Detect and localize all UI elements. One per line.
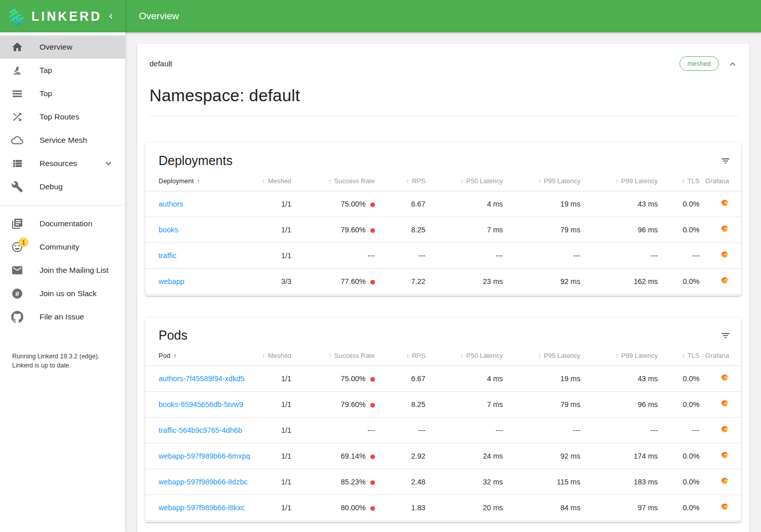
grafana-icon[interactable] xyxy=(720,399,729,408)
column-header-p99-latency[interactable]: ↑P99 Latency xyxy=(580,345,658,366)
community-badge: 1 xyxy=(19,237,28,247)
resource-link[interactable]: webapp-597f989b66-l8kxc xyxy=(159,504,245,512)
resource-name-cell: webapp-597f989b66-8dzbc xyxy=(145,469,247,495)
meshed-cell: 1/1 xyxy=(247,191,291,217)
grafana-icon[interactable] xyxy=(720,425,729,434)
sidebar-item-community[interactable]: 1Community xyxy=(0,235,125,259)
status-dot xyxy=(370,455,375,459)
grafana-icon[interactable] xyxy=(720,451,729,460)
cloud-icon xyxy=(11,134,23,146)
sidebar-item-label: Documentation xyxy=(40,219,92,228)
grafana-icon[interactable] xyxy=(720,503,729,511)
p50-latency-cell: --- xyxy=(426,243,503,269)
sidebar-item-label: Tap xyxy=(40,66,52,75)
column-header-pod[interactable]: Pod↑ xyxy=(145,345,247,366)
grafana-icon[interactable] xyxy=(720,251,729,259)
resource-link[interactable]: authors xyxy=(159,200,183,208)
grafana-cell xyxy=(700,418,741,443)
sidebar-item-documentation[interactable]: Documentation xyxy=(0,212,125,235)
grafana-icon[interactable] xyxy=(720,225,729,233)
column-header-p99-latency[interactable]: ↑P99 Latency xyxy=(580,170,658,191)
column-header-p50-latency[interactable]: ↑P50 Latency xyxy=(426,345,503,366)
tables-container: Deployments Deployment↑↑Meshed↑Success R… xyxy=(137,143,749,522)
sidebar-item-join-the-mailing-list[interactable]: Join the Mailing List xyxy=(0,259,125,282)
resource-link[interactable]: books xyxy=(159,226,178,234)
column-header-tls[interactable]: ↑TLS xyxy=(658,345,699,366)
column-header-meshed[interactable]: ↑Meshed xyxy=(247,170,291,191)
resource-name-cell: traffic xyxy=(145,243,247,269)
list-icon xyxy=(11,157,23,170)
table-row: webapp-597f989b66-l8kxc1/180.00%1.8320 m… xyxy=(145,495,741,521)
resource-link[interactable]: webapp-597f989b66-6mxpq xyxy=(159,452,250,460)
p95-latency-cell: 79 ms xyxy=(503,217,581,243)
column-header-success-rate[interactable]: ↑Success Rate xyxy=(291,170,375,191)
sidebar-collapse-chevron-left-icon[interactable] xyxy=(106,11,116,21)
grafana-cell xyxy=(700,191,741,217)
resource-link[interactable]: traffic xyxy=(159,252,176,260)
success-rate-cell: 75.00% xyxy=(291,191,375,217)
resource-name-cell: books-65945656db-5tvw9 xyxy=(145,392,247,418)
p50-latency-cell: 24 ms xyxy=(426,443,503,469)
sidebar-item-join-us-on-slack[interactable]: #Join us on Slack xyxy=(0,282,125,305)
sidebar-header: LINKERD xyxy=(0,0,125,32)
sidebar-item-resources[interactable]: Resources xyxy=(0,152,125,175)
sidebar-footer: Running Linkerd 19.3.2 (edge). Linkerd i… xyxy=(0,352,125,370)
column-header-deployment[interactable]: Deployment↑ xyxy=(145,170,247,191)
p99-latency-cell: 43 ms xyxy=(580,366,658,392)
appbar-title: Overview xyxy=(139,11,179,22)
filter-icon[interactable] xyxy=(720,331,731,341)
success-rate-cell: 85.23% xyxy=(291,469,375,495)
grafana-icon[interactable] xyxy=(720,199,729,208)
sidebar-item-overview[interactable]: Overview xyxy=(0,35,125,59)
tls-cell: 0.0% xyxy=(658,443,699,469)
sidebar: LINKERD OverviewTapTopTop RoutesService … xyxy=(0,0,125,532)
svg-text:#: # xyxy=(15,290,19,298)
column-header-grafana: Grafana xyxy=(700,345,741,366)
grafana-icon[interactable] xyxy=(720,477,729,485)
resource-name-cell: webapp-597f989b66-l8kxc xyxy=(145,495,247,521)
meshed-cell: 1/1 xyxy=(247,443,291,469)
table-row: books1/179.60%8.257 ms79 ms96 ms0.0% xyxy=(145,217,741,243)
column-header-p95-latency[interactable]: ↑P95 Latency xyxy=(503,345,581,366)
sidebar-item-debug[interactable]: Debug xyxy=(0,175,125,198)
resource-link[interactable]: authors-7f45589f94-xdkd5 xyxy=(159,375,244,383)
grafana-icon[interactable] xyxy=(720,276,729,285)
meshed-cell: 1/1 xyxy=(247,217,291,243)
success-rate-cell: 77.60% xyxy=(291,269,375,295)
resource-link[interactable]: traffic-564b9c9765-4dh6b xyxy=(159,426,242,434)
resource-link[interactable]: webapp-597f989b66-8dzbc xyxy=(159,478,248,486)
column-header-rps[interactable]: ↑RPS xyxy=(375,170,426,191)
column-header-tls[interactable]: ↑TLS xyxy=(658,170,699,191)
slack-icon: # xyxy=(11,288,23,300)
email-icon xyxy=(11,264,23,276)
column-header-rps[interactable]: ↑RPS xyxy=(375,345,426,366)
success-rate-cell: 80.00% xyxy=(291,495,375,521)
resource-link[interactable]: webapp xyxy=(159,277,184,285)
version-text: Running Linkerd 19.3.2 (edge). xyxy=(12,352,117,361)
column-header-meshed[interactable]: ↑Meshed xyxy=(247,345,291,366)
column-header-p95-latency[interactable]: ↑P95 Latency xyxy=(503,170,581,191)
meshed-badge[interactable]: meshed xyxy=(679,56,719,71)
sidebar-item-tap[interactable]: Tap xyxy=(0,59,125,82)
resource-link[interactable]: books-65945656db-5tvw9 xyxy=(159,400,243,408)
p95-latency-cell: 92 ms xyxy=(503,443,581,469)
p95-latency-cell: 79 ms xyxy=(503,392,581,418)
sidebar-item-service-mesh[interactable]: Service Mesh xyxy=(0,129,125,152)
p95-latency-cell: --- xyxy=(503,243,581,269)
logo-text: LINKERD xyxy=(31,9,102,24)
collapse-chevron-up-icon[interactable] xyxy=(727,58,738,69)
tls-cell: 0.0% xyxy=(658,269,699,295)
sidebar-nav-primary: OverviewTapTopTop RoutesService MeshReso… xyxy=(0,35,125,198)
sidebar-item-file-an-issue[interactable]: File an Issue xyxy=(0,305,125,329)
filter-icon[interactable] xyxy=(720,156,731,166)
column-header-success-rate[interactable]: ↑Success Rate xyxy=(291,345,375,366)
table-title: Pods xyxy=(159,328,187,343)
sidebar-item-top[interactable]: Top xyxy=(0,82,125,105)
column-header-p50-latency[interactable]: ↑P50 Latency xyxy=(426,170,503,191)
p50-latency-cell: 4 ms xyxy=(426,366,503,392)
sidebar-item-top-routes[interactable]: Top Routes xyxy=(0,105,125,129)
grafana-cell xyxy=(700,243,741,269)
rps-cell: 2.48 xyxy=(375,469,426,495)
grafana-icon[interactable] xyxy=(720,374,729,382)
chevron-down-icon[interactable] xyxy=(103,158,114,169)
